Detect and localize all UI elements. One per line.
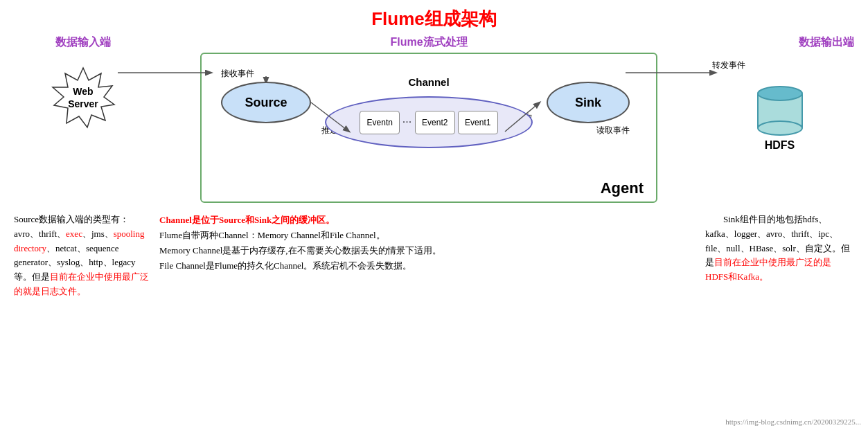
right-label: 数据输出端 xyxy=(705,35,854,50)
channel-desc-line3: Memory Channel是基于内存缓存,在不需要关心数据丢失的情景下适用。 xyxy=(159,245,441,256)
web-server-text: WebServer xyxy=(68,85,98,110)
channel-desc-line2: Flume自带两种Channel：Memory Channel和File Cha… xyxy=(159,230,385,240)
agent-box: 接收事件 推送事件 拉取 读取事件 xyxy=(200,53,657,203)
channel-desc-line4: File Channel是Flume的持久化Channel。系统宕机不会丢失数据… xyxy=(159,260,411,271)
watermark: https://img-blog.csdnimg.cn/20200329225.… xyxy=(725,418,861,426)
bottom-left-text: Source数据输入端的类型有：avro、thrift、exec、jms、spo… xyxy=(14,213,152,299)
bottom-row: Source数据输入端的类型有：avro、thrift、exec、jms、spo… xyxy=(14,213,854,299)
event-2: Event2 xyxy=(415,111,455,134)
label-read: 读取事件 xyxy=(596,125,630,136)
source-label: Source xyxy=(245,96,287,110)
main-title: Flume组成架构 xyxy=(14,7,854,31)
channel-desc-line1: Channel是位于Source和Sink之间的缓冲区。 xyxy=(159,215,335,225)
text-exec: exec xyxy=(66,229,82,239)
channel-oval: Eventn ··· Event2 Event1 xyxy=(325,96,533,148)
top-section: 数据输入端 WebServer Flume流式处理 接收事件 推送事件 拉取 xyxy=(14,35,854,203)
source-ellipse: Source xyxy=(221,82,311,123)
label-forward: 转发事件 xyxy=(712,60,745,71)
label-receive: 接收事件 xyxy=(221,68,254,80)
col-left: 数据输入端 WebServer xyxy=(14,35,152,132)
event-1: Event1 xyxy=(458,111,498,134)
left-label: 数据输入端 xyxy=(55,35,111,50)
svg-point-6 xyxy=(758,121,802,135)
hdfs-cylinder xyxy=(752,81,808,136)
page-container: Flume组成架构 数据输入端 WebServer Flume流式处理 xyxy=(0,0,868,430)
col-right: 数据输出端 转发事件 HDFS xyxy=(705,35,854,152)
sink-label: Sink xyxy=(575,96,601,110)
bottom-center-text: Channel是位于Source和Sink之间的缓冲区。 Flume自带两种Ch… xyxy=(152,213,705,299)
text-middle: 、jms、 xyxy=(82,229,114,239)
channel-label: Channel xyxy=(408,76,449,88)
svg-point-5 xyxy=(758,87,802,100)
agent-label: Agent xyxy=(601,179,644,197)
web-server: WebServer xyxy=(42,63,125,132)
center-label: Flume流式处理 xyxy=(390,35,467,50)
event-dots: ··· xyxy=(402,117,412,128)
diagram-inner: 接收事件 推送事件 拉取 读取事件 xyxy=(214,62,644,190)
bottom-right-text: Sink组件目的地包括hdfs、kafka、logger、avro、thrift… xyxy=(705,213,854,299)
sink-desc-red: 目前在企业中使用最广泛的是HDFS和Kafka。 xyxy=(705,257,831,282)
event-n: Eventn xyxy=(360,111,400,134)
events-row: Eventn ··· Event2 Event1 xyxy=(360,111,498,134)
hdfs-container: HDFS xyxy=(752,81,808,152)
col-center: Flume流式处理 接收事件 推送事件 拉取 读取事件 xyxy=(152,35,705,203)
channel-area: Channel Eventn ··· Event2 Event1 xyxy=(318,76,540,183)
right-top-content: 转发事件 HDFS xyxy=(705,60,854,152)
hdfs-label: HDFS xyxy=(765,139,795,152)
sink-ellipse: Sink xyxy=(547,82,630,123)
